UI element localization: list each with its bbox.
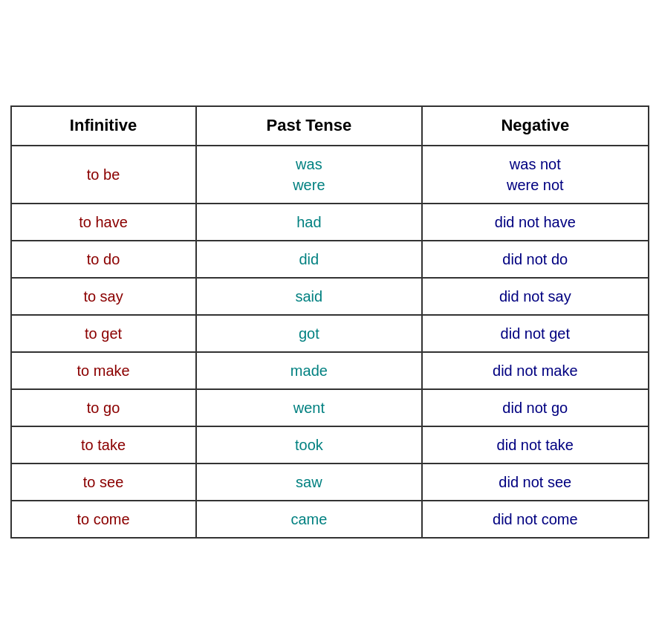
infinitive-cell: to see <box>11 464 196 501</box>
header-past-tense: Past Tense <box>196 106 422 146</box>
past-tense-cell: came <box>196 501 422 538</box>
past-tense-cell: saw <box>196 464 422 501</box>
table-row: to taketookdid not take <box>11 426 649 464</box>
table-container: Infinitive Past Tense Negative to bewasw… <box>10 105 649 539</box>
negative-cell: did not have <box>422 204 648 241</box>
negative-cell: did not come <box>422 501 648 538</box>
infinitive-cell: to go <box>11 389 196 426</box>
table-row: to makemadedid not make <box>11 352 649 389</box>
negative-cell: did not get <box>422 315 648 352</box>
infinitive-cell: to take <box>11 426 196 464</box>
table-row: to comecamedid not come <box>11 501 649 538</box>
past-tense-cell: did <box>196 241 422 278</box>
table-row: to bewaswerewas notwere not <box>11 146 649 204</box>
infinitive-cell: to get <box>11 315 196 352</box>
table-row: to getgotdid not get <box>11 315 649 352</box>
past-tense-cell: said <box>196 278 422 315</box>
infinitive-cell: to make <box>11 352 196 389</box>
past-tense-cell: took <box>196 426 422 464</box>
negative-cell: did not say <box>422 278 648 315</box>
negative-cell: did not make <box>422 352 648 389</box>
past-tense-cell: went <box>196 389 422 426</box>
past-tense-cell: got <box>196 315 422 352</box>
header-negative: Negative <box>422 106 648 146</box>
past-tense-cell: waswere <box>196 146 422 204</box>
negative-cell: did not go <box>422 389 648 426</box>
infinitive-cell: to do <box>11 241 196 278</box>
header-row: Infinitive Past Tense Negative <box>11 106 649 146</box>
verb-table: Infinitive Past Tense Negative to bewasw… <box>10 105 649 539</box>
past-tense-cell: had <box>196 204 422 241</box>
table-row: to gowentdid not go <box>11 389 649 426</box>
infinitive-cell: to have <box>11 204 196 241</box>
negative-cell: was notwere not <box>422 146 648 204</box>
past-tense-cell: made <box>196 352 422 389</box>
infinitive-cell: to be <box>11 146 196 204</box>
header-infinitive: Infinitive <box>11 106 196 146</box>
table-row: to seesawdid not see <box>11 464 649 501</box>
table-row: to havehaddid not have <box>11 204 649 241</box>
table-row: to saysaiddid not say <box>11 278 649 315</box>
infinitive-cell: to come <box>11 501 196 538</box>
negative-cell: did not see <box>422 464 648 501</box>
table-row: to dodiddid not do <box>11 241 649 278</box>
negative-cell: did not do <box>422 241 648 278</box>
infinitive-cell: to say <box>11 278 196 315</box>
negative-cell: did not take <box>422 426 648 464</box>
